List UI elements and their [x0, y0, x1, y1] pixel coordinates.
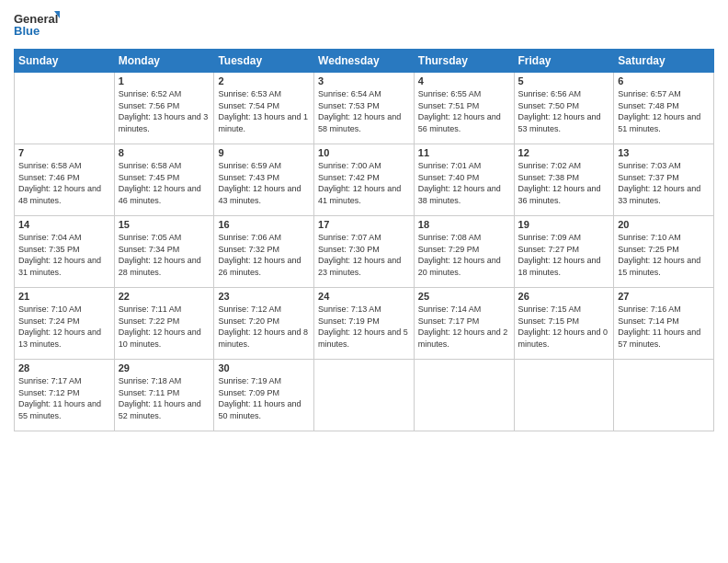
calendar-cell: 16 Sunrise: 7:06 AMSunset: 7:32 PMDaylig… — [214, 216, 314, 288]
day-info: Sunrise: 7:12 AMSunset: 7:20 PMDaylight:… — [218, 304, 310, 350]
day-number: 21 — [18, 291, 110, 302]
day-number: 8 — [119, 147, 210, 158]
calendar-week-2: 7 Sunrise: 6:58 AMSunset: 7:46 PMDayligh… — [15, 144, 714, 216]
day-info: Sunrise: 6:58 AMSunset: 7:46 PMDaylight:… — [18, 160, 110, 206]
calendar-cell — [614, 360, 714, 431]
calendar-cell — [15, 73, 115, 144]
calendar-cell: 9 Sunrise: 6:59 AMSunset: 7:43 PMDayligh… — [214, 144, 314, 216]
calendar-cell: 30 Sunrise: 7:19 AMSunset: 7:09 PMDaylig… — [214, 360, 314, 431]
day-info: Sunrise: 6:52 AMSunset: 7:56 PMDaylight:… — [119, 88, 210, 134]
day-info: Sunrise: 7:06 AMSunset: 7:32 PMDaylight:… — [218, 232, 310, 278]
calendar-cell: 28 Sunrise: 7:17 AMSunset: 7:12 PMDaylig… — [15, 360, 115, 431]
calendar-header-friday: Friday — [514, 50, 614, 73]
day-info: Sunrise: 7:08 AMSunset: 7:29 PMDaylight:… — [418, 232, 510, 278]
day-number: 20 — [618, 219, 710, 230]
day-info: Sunrise: 7:14 AMSunset: 7:17 PMDaylight:… — [418, 304, 510, 350]
calendar-cell: 15 Sunrise: 7:05 AMSunset: 7:34 PMDaylig… — [114, 216, 214, 288]
calendar-cell: 23 Sunrise: 7:12 AMSunset: 7:20 PMDaylig… — [214, 288, 314, 360]
day-number: 25 — [418, 291, 510, 302]
day-number: 18 — [418, 219, 510, 230]
calendar-cell — [414, 360, 514, 431]
day-number: 6 — [618, 75, 710, 86]
calendar-header-wednesday: Wednesday — [314, 50, 415, 73]
calendar-cell: 8 Sunrise: 6:58 AMSunset: 7:45 PMDayligh… — [114, 144, 214, 216]
day-info: Sunrise: 7:00 AMSunset: 7:42 PMDaylight:… — [318, 160, 410, 206]
day-info: Sunrise: 7:03 AMSunset: 7:37 PMDaylight:… — [618, 160, 710, 206]
calendar-cell: 6 Sunrise: 6:57 AMSunset: 7:48 PMDayligh… — [614, 73, 714, 144]
calendar-cell: 22 Sunrise: 7:11 AMSunset: 7:22 PMDaylig… — [114, 288, 214, 360]
day-number: 9 — [218, 147, 310, 158]
calendar-header-monday: Monday — [114, 50, 214, 73]
header: General Blue — [14, 9, 714, 41]
day-number: 22 — [119, 291, 210, 302]
calendar-header-row: SundayMondayTuesdayWednesdayThursdayFrid… — [15, 50, 714, 73]
day-number: 12 — [518, 147, 610, 158]
day-info: Sunrise: 7:16 AMSunset: 7:14 PMDaylight:… — [618, 304, 710, 350]
day-number: 17 — [318, 219, 410, 230]
day-info: Sunrise: 6:59 AMSunset: 7:43 PMDaylight:… — [218, 160, 310, 206]
day-info: Sunrise: 7:09 AMSunset: 7:27 PMDaylight:… — [518, 232, 610, 278]
calendar: SundayMondayTuesdayWednesdayThursdayFrid… — [14, 49, 714, 431]
calendar-header-thursday: Thursday — [414, 50, 514, 73]
day-info: Sunrise: 7:18 AMSunset: 7:11 PMDaylight:… — [119, 375, 210, 421]
day-number: 11 — [418, 147, 510, 158]
day-number: 5 — [518, 75, 610, 86]
day-number: 16 — [218, 219, 310, 230]
day-number: 28 — [18, 362, 110, 373]
day-number: 13 — [618, 147, 710, 158]
day-info: Sunrise: 7:07 AMSunset: 7:30 PMDaylight:… — [318, 232, 410, 278]
day-number: 29 — [119, 362, 210, 373]
day-info: Sunrise: 7:01 AMSunset: 7:40 PMDaylight:… — [418, 160, 510, 206]
day-number: 30 — [218, 362, 310, 373]
day-info: Sunrise: 7:17 AMSunset: 7:12 PMDaylight:… — [18, 375, 110, 421]
calendar-week-1: 1 Sunrise: 6:52 AMSunset: 7:56 PMDayligh… — [15, 73, 714, 144]
logo-svg: General Blue — [14, 9, 60, 41]
day-number: 14 — [18, 219, 110, 230]
day-info: Sunrise: 6:58 AMSunset: 7:45 PMDaylight:… — [119, 160, 210, 206]
calendar-cell: 29 Sunrise: 7:18 AMSunset: 7:11 PMDaylig… — [114, 360, 214, 431]
calendar-header-sunday: Sunday — [15, 50, 115, 73]
day-info: Sunrise: 7:15 AMSunset: 7:15 PMDaylight:… — [518, 304, 610, 350]
calendar-cell: 1 Sunrise: 6:52 AMSunset: 7:56 PMDayligh… — [114, 73, 214, 144]
day-info: Sunrise: 7:04 AMSunset: 7:35 PMDaylight:… — [18, 232, 110, 278]
day-info: Sunrise: 6:54 AMSunset: 7:53 PMDaylight:… — [318, 88, 410, 134]
calendar-cell: 5 Sunrise: 6:56 AMSunset: 7:50 PMDayligh… — [514, 73, 614, 144]
calendar-header-tuesday: Tuesday — [214, 50, 314, 73]
day-info: Sunrise: 6:56 AMSunset: 7:50 PMDaylight:… — [518, 88, 610, 134]
calendar-header-saturday: Saturday — [614, 50, 714, 73]
day-number: 27 — [618, 291, 710, 302]
day-info: Sunrise: 6:57 AMSunset: 7:48 PMDaylight:… — [618, 88, 710, 134]
day-info: Sunrise: 6:55 AMSunset: 7:51 PMDaylight:… — [418, 88, 510, 134]
calendar-cell: 2 Sunrise: 6:53 AMSunset: 7:54 PMDayligh… — [214, 73, 314, 144]
day-info: Sunrise: 7:02 AMSunset: 7:38 PMDaylight:… — [518, 160, 610, 206]
day-number: 15 — [119, 219, 210, 230]
svg-text:Blue: Blue — [14, 24, 40, 38]
logo: General Blue — [14, 9, 60, 41]
calendar-cell: 27 Sunrise: 7:16 AMSunset: 7:14 PMDaylig… — [614, 288, 714, 360]
calendar-cell: 21 Sunrise: 7:10 AMSunset: 7:24 PMDaylig… — [15, 288, 115, 360]
calendar-cell: 19 Sunrise: 7:09 AMSunset: 7:27 PMDaylig… — [514, 216, 614, 288]
calendar-week-4: 21 Sunrise: 7:10 AMSunset: 7:24 PMDaylig… — [15, 288, 714, 360]
calendar-week-5: 28 Sunrise: 7:17 AMSunset: 7:12 PMDaylig… — [15, 360, 714, 431]
calendar-cell: 12 Sunrise: 7:02 AMSunset: 7:38 PMDaylig… — [514, 144, 614, 216]
day-number: 26 — [518, 291, 610, 302]
calendar-cell: 7 Sunrise: 6:58 AMSunset: 7:46 PMDayligh… — [15, 144, 115, 216]
day-number: 4 — [418, 75, 510, 86]
day-info: Sunrise: 7:19 AMSunset: 7:09 PMDaylight:… — [218, 375, 310, 421]
day-number: 10 — [318, 147, 410, 158]
calendar-cell: 25 Sunrise: 7:14 AMSunset: 7:17 PMDaylig… — [414, 288, 514, 360]
calendar-cell — [514, 360, 614, 431]
day-number: 7 — [18, 147, 110, 158]
calendar-cell: 3 Sunrise: 6:54 AMSunset: 7:53 PMDayligh… — [314, 73, 415, 144]
day-info: Sunrise: 7:13 AMSunset: 7:19 PMDaylight:… — [318, 304, 410, 350]
day-info: Sunrise: 7:11 AMSunset: 7:22 PMDaylight:… — [119, 304, 210, 350]
day-number: 1 — [119, 75, 210, 86]
day-number: 19 — [518, 219, 610, 230]
calendar-cell: 13 Sunrise: 7:03 AMSunset: 7:37 PMDaylig… — [614, 144, 714, 216]
day-number: 2 — [218, 75, 310, 86]
day-info: Sunrise: 7:10 AMSunset: 7:25 PMDaylight:… — [618, 232, 710, 278]
calendar-cell: 14 Sunrise: 7:04 AMSunset: 7:35 PMDaylig… — [15, 216, 115, 288]
day-number: 3 — [318, 75, 410, 86]
calendar-cell — [314, 360, 415, 431]
day-number: 24 — [318, 291, 410, 302]
